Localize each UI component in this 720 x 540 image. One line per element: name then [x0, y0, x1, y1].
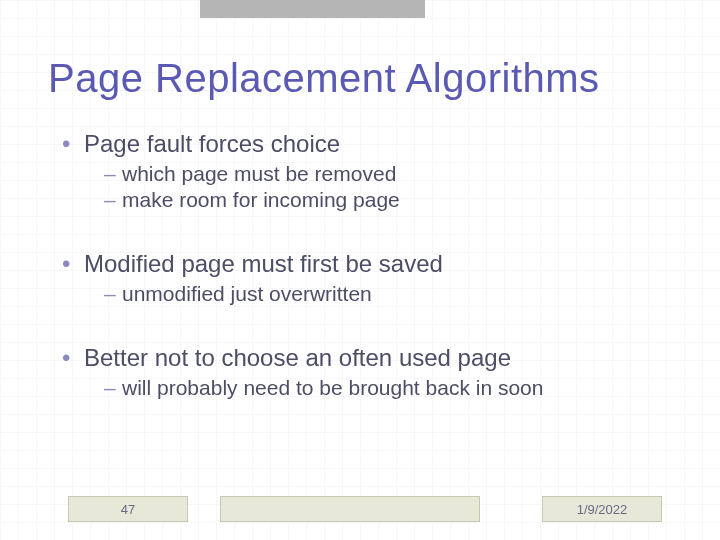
bullet-dot-icon: • [62, 344, 84, 372]
bullet-level1: •Page fault forces choice [62, 130, 680, 158]
bullet-dot-icon: • [62, 250, 84, 278]
footer-slot-left: 47 [68, 496, 188, 522]
subbullet-text: which page must be removed [122, 162, 396, 185]
top-accent-tab [200, 0, 425, 18]
bullet-level1: •Better not to choose an often used page [62, 344, 680, 372]
bullet-dash-icon: – [104, 162, 122, 186]
bullet-level2: –unmodified just overwritten [104, 282, 680, 306]
slide-content: •Page fault forces choice –which page mu… [62, 118, 680, 400]
bullet-level2: –which page must be removed [104, 162, 680, 186]
page-number: 47 [121, 502, 135, 517]
spacer [62, 212, 680, 238]
bullet-text: Page fault forces choice [84, 130, 340, 157]
footer-slot-right: 1/9/2022 [542, 496, 662, 522]
slide-title: Page Replacement Algorithms [48, 56, 600, 101]
footer-slot-middle [220, 496, 480, 522]
footer: 47 1/9/2022 [50, 496, 670, 522]
bullet-level2: –make room for incoming page [104, 188, 680, 212]
subbullet-text: will probably need to be brought back in… [122, 376, 543, 399]
spacer [62, 306, 680, 332]
bullet-dash-icon: – [104, 376, 122, 400]
bullet-level1: •Modified page must first be saved [62, 250, 680, 278]
slide: Page Replacement Algorithms •Page fault … [0, 0, 720, 540]
bullet-dash-icon: – [104, 282, 122, 306]
bullet-dash-icon: – [104, 188, 122, 212]
footer-date: 1/9/2022 [577, 502, 628, 517]
subbullet-text: unmodified just overwritten [122, 282, 372, 305]
bullet-text: Modified page must first be saved [84, 250, 443, 277]
bullet-level2: –will probably need to be brought back i… [104, 376, 680, 400]
bullet-text: Better not to choose an often used page [84, 344, 511, 371]
subbullet-text: make room for incoming page [122, 188, 400, 211]
bullet-dot-icon: • [62, 130, 84, 158]
